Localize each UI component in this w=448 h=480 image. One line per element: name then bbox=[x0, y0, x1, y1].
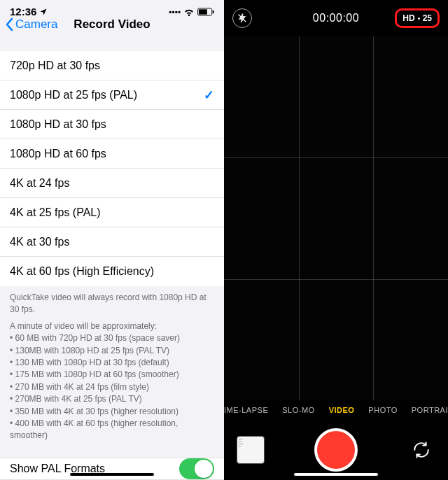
option-label: 1080p HD at 60 fps bbox=[10, 148, 106, 160]
back-button[interactable]: Camera bbox=[6, 17, 57, 31]
mode-video[interactable]: VIDEO bbox=[329, 406, 355, 414]
camera-pane: 00:00:00 HD 25 TIME-LAPSESLO-MOVIDEOPHOT… bbox=[224, 0, 448, 480]
resolution-list: 720p HD at 30 fps1080p HD at 25 fps (PAL… bbox=[0, 51, 224, 286]
option-label: 1080p HD at 25 fps (PAL) bbox=[10, 89, 137, 101]
mode-slo-mo[interactable]: SLO-MO bbox=[282, 406, 314, 414]
mode-portrait[interactable]: PORTRAIT bbox=[412, 406, 448, 414]
flip-camera-icon bbox=[412, 441, 430, 459]
grid-line bbox=[224, 157, 448, 158]
size-line: • 350 MB with 4K at 30 fps (higher resol… bbox=[10, 406, 214, 418]
wifi-icon bbox=[183, 8, 195, 16]
size-line: • 130MB with 1080p HD at 25 fps (PAL TV) bbox=[10, 345, 214, 357]
resolution-option[interactable]: 4K at 30 fps bbox=[0, 227, 224, 257]
chevron-left-icon bbox=[6, 17, 14, 31]
option-label: 4K at 30 fps bbox=[10, 236, 69, 248]
option-label: 4K at 60 fps (High Efficiency) bbox=[10, 265, 154, 278]
checkmark-icon: ✓ bbox=[204, 87, 214, 103]
size-line: • 270MB with 4K at 25 fps (PAL TV) bbox=[10, 393, 214, 405]
footer-notes: QuickTake video will always record with … bbox=[0, 286, 224, 448]
option-label: 720p HD at 30 fps bbox=[10, 59, 100, 72]
mode-selector[interactable]: TIME-LAPSESLO-MOVIDEOPHOTOPORTRAIT bbox=[224, 400, 448, 420]
settings-pane: 12:36 ▪▪▪▪ Camera Record Video 720p HD a… bbox=[0, 0, 224, 480]
shutter-button[interactable] bbox=[314, 428, 358, 472]
option-label: 4K at 24 fps bbox=[10, 177, 69, 190]
svg-rect-2 bbox=[213, 10, 214, 13]
camera-controls: ▪▪▪▪▪▪▪▪▪▪▪▪▪▪▪▪▪▪ bbox=[224, 420, 448, 480]
resolution-option[interactable]: 720p HD at 30 fps bbox=[0, 51, 224, 80]
minute-intro: A minute of video will be approximately: bbox=[10, 321, 157, 331]
battery-icon bbox=[197, 8, 214, 16]
mode-time-lapse[interactable]: TIME-LAPSE bbox=[224, 406, 268, 414]
resolution-option[interactable]: 4K at 25 fps (PAL) bbox=[0, 198, 224, 227]
option-label: 4K at 25 fps (PAL) bbox=[10, 206, 101, 219]
status-bar: 12:36 ▪▪▪▪ bbox=[0, 0, 224, 17]
location-icon bbox=[39, 8, 48, 16]
size-line: • 175 MB with 1080p HD at 60 fps (smooth… bbox=[10, 369, 214, 381]
size-line: • 130 MB with 1080p HD at 30 fps (defaul… bbox=[10, 357, 214, 369]
nav-header: Camera Record Video bbox=[0, 17, 224, 31]
viewfinder[interactable] bbox=[224, 36, 448, 400]
camera-top-bar: 00:00:00 HD 25 bbox=[224, 0, 448, 36]
size-line: • 60 MB with 720p HD at 30 fps (space sa… bbox=[10, 332, 214, 344]
home-indicator[interactable] bbox=[70, 473, 154, 476]
status-time: 12:36 bbox=[10, 6, 36, 17]
grid-line bbox=[224, 279, 448, 280]
resolution-option[interactable]: 1080p HD at 30 fps bbox=[0, 110, 224, 139]
resolution-option[interactable]: 1080p HD at 60 fps bbox=[0, 139, 224, 169]
mode-photo[interactable]: PHOTO bbox=[368, 406, 397, 414]
pal-switch[interactable] bbox=[179, 458, 214, 479]
recording-timer: 00:00:00 bbox=[224, 12, 448, 24]
last-capture-thumbnail[interactable]: ▪▪▪▪▪▪▪▪▪▪▪▪▪▪▪▪▪▪ bbox=[237, 436, 265, 464]
grid-line bbox=[373, 36, 374, 400]
cell-signal-icon: ▪▪▪▪ bbox=[169, 7, 181, 17]
resolution-option[interactable]: 1080p HD at 25 fps (PAL)✓ bbox=[0, 80, 224, 110]
home-indicator[interactable] bbox=[294, 473, 378, 476]
grid-line bbox=[299, 36, 300, 400]
back-label: Camera bbox=[15, 17, 57, 31]
quicktake-note: QuickTake video will always record with … bbox=[10, 292, 214, 316]
size-line: • 270 MB with 4K at 24 fps (film style) bbox=[10, 381, 214, 393]
svg-rect-1 bbox=[199, 9, 207, 14]
option-label: 1080p HD at 30 fps bbox=[10, 118, 106, 131]
pal-toggle-row[interactable]: Show PAL Formats bbox=[0, 458, 224, 480]
resolution-option[interactable]: 4K at 60 fps (High Efficiency) bbox=[0, 257, 224, 286]
resolution-option[interactable]: 4K at 24 fps bbox=[0, 169, 224, 198]
camera-flip-button[interactable] bbox=[407, 436, 435, 464]
size-line: • 400 MB with 4K at 60 fps (higher resol… bbox=[10, 418, 214, 442]
